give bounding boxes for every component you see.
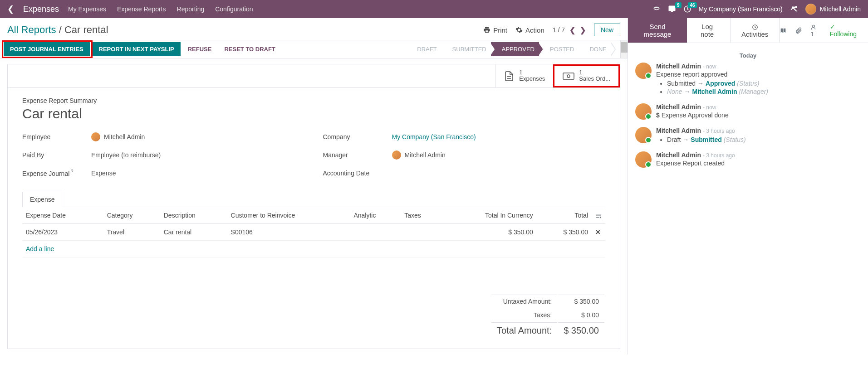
svg-point-6 xyxy=(813,25,815,27)
totals: Untaxed Amount: $ 350.00 Taxes: $ 0.00 T… xyxy=(22,294,605,340)
breadcrumb-parent[interactable]: All Reports xyxy=(7,24,56,35)
user-menu[interactable]: Mitchell Admin xyxy=(805,4,861,15)
nav-menu: My Expenses Expense Reports Reporting Co… xyxy=(68,5,253,13)
taxes-label: Taxes: xyxy=(491,309,557,321)
total-value: $ 350.00 xyxy=(558,322,604,339)
message: Mitchell Admin - now Expense report appr… xyxy=(635,63,861,96)
document-icon xyxy=(504,70,515,82)
label-company: Company xyxy=(323,133,387,141)
new-button[interactable]: New xyxy=(594,24,620,36)
help-icon[interactable]: ? xyxy=(69,169,73,174)
avatar-icon xyxy=(635,151,652,168)
svg-point-4 xyxy=(567,75,570,78)
avatar-icon xyxy=(635,63,652,79)
field-paid-by[interactable]: Employee (to reimburse) xyxy=(91,151,161,159)
activities-button[interactable]: Activities xyxy=(730,18,780,43)
activities-icon[interactable]: 46 xyxy=(683,5,691,14)
chatter: Send message Log note Activities 1 ✓ Fol… xyxy=(628,18,868,354)
total-label: Total Amount: xyxy=(491,322,557,339)
followers-button[interactable]: 1 xyxy=(810,23,822,38)
manager-avatar-icon xyxy=(392,150,401,160)
nav-my-expenses[interactable]: My Expenses xyxy=(68,5,106,13)
messages-badge: 9 xyxy=(675,2,682,8)
back-icon[interactable]: ❮ xyxy=(7,4,14,14)
clock-icon xyxy=(752,24,758,30)
post-journal-entries-button[interactable]: POST JOURNAL ENTRIES xyxy=(4,42,90,56)
activities-badge: 46 xyxy=(688,2,696,8)
status-posted[interactable]: POSTED xyxy=(539,42,582,56)
field-expense-journal[interactable]: Expense xyxy=(91,170,116,177)
field-company[interactable]: My Company (San Francisco) xyxy=(392,133,476,141)
settings-icon[interactable] xyxy=(790,5,798,14)
status-approved[interactable]: APPROVED xyxy=(491,42,543,56)
user-name: Mitchell Admin xyxy=(820,5,861,13)
status-bar: DRAFT SUBMITTED APPROVED POSTED DONE xyxy=(406,40,620,58)
attachment-icon[interactable] xyxy=(795,26,802,34)
nav-configuration[interactable]: Configuration xyxy=(215,5,253,13)
columns-settings-icon[interactable] xyxy=(595,212,602,219)
message: Mitchell Admin - 3 hours ago Draft→Submi… xyxy=(635,127,861,144)
delete-row-icon[interactable]: ✕ xyxy=(595,228,601,236)
refuse-button[interactable]: REFUSE xyxy=(181,42,218,56)
pager-value[interactable]: 1 / 7 xyxy=(553,26,565,34)
nav-expense-reports[interactable]: Expense Reports xyxy=(117,5,166,13)
tab-expense[interactable]: Expense xyxy=(22,192,62,207)
add-line-button[interactable]: Add a line xyxy=(26,245,54,252)
untaxed-label: Untaxed Amount: xyxy=(491,295,557,308)
report-in-next-payslip-button[interactable]: REPORT IN NEXT PAYSLIP xyxy=(93,42,181,56)
action-status-bar: POST JOURNAL ENTRIES REPORT IN NEXT PAYS… xyxy=(0,40,628,58)
taxes-value: $ 0.00 xyxy=(558,309,604,321)
nav-reporting[interactable]: Reporting xyxy=(177,5,205,13)
tray-icon[interactable] xyxy=(652,5,661,14)
status-draft[interactable]: DRAFT xyxy=(406,42,445,56)
stat-sales-order-button[interactable]: 1 Sales Ord... xyxy=(553,64,620,87)
status-submitted[interactable]: SUBMITTED xyxy=(441,42,495,56)
col-description[interactable]: Description xyxy=(160,207,227,223)
col-total-currency[interactable]: Total In Currency xyxy=(441,207,536,223)
table-row[interactable]: 05/26/2023 Travel Car rental S00106 $ 35… xyxy=(22,223,605,240)
following-button[interactable]: ✓ Following xyxy=(830,23,863,38)
employee-avatar-icon xyxy=(91,132,100,141)
top-navbar: ❮ Expenses My Expenses Expense Reports R… xyxy=(0,0,868,18)
book-icon[interactable] xyxy=(780,26,787,34)
col-analytic[interactable]: Analytic xyxy=(350,207,401,223)
untaxed-value: $ 350.00 xyxy=(558,295,604,308)
message: Mitchell Admin - now $Expense Approval d… xyxy=(635,103,861,120)
reset-to-draft-button[interactable]: RESET TO DRAFT xyxy=(218,42,281,56)
person-icon xyxy=(810,24,817,30)
avatar-icon xyxy=(635,103,652,120)
col-date[interactable]: Expense Date xyxy=(22,207,103,223)
col-category[interactable]: Category xyxy=(103,207,160,223)
col-customer[interactable]: Customer to Reinvoice xyxy=(227,207,350,223)
field-employee[interactable]: Mitchell Admin xyxy=(91,132,145,141)
control-panel: All Reports / Car rental Print Action 1 … xyxy=(0,18,628,40)
app-brand[interactable]: Expenses xyxy=(23,5,59,14)
print-button[interactable]: Print xyxy=(483,26,507,34)
col-total[interactable]: Total xyxy=(537,207,592,223)
messages-icon[interactable]: 9 xyxy=(668,5,676,14)
log-note-button[interactable]: Log note xyxy=(687,18,727,43)
send-message-button[interactable]: Send message xyxy=(628,18,687,43)
col-taxes[interactable]: Taxes xyxy=(401,207,441,223)
chatter-date-today: Today xyxy=(635,52,861,59)
label-accounting-date: Accounting Date xyxy=(323,170,387,177)
user-avatar-icon xyxy=(805,4,816,15)
company-selector[interactable]: My Company (San Francisco) xyxy=(699,5,783,13)
label-paid-by: Paid By xyxy=(22,151,86,159)
pager-prev-icon[interactable]: ❮ xyxy=(569,26,575,34)
label-expense-journal: Expense Journal ? xyxy=(22,169,86,177)
svg-rect-3 xyxy=(563,73,574,79)
record-title[interactable]: Car rental xyxy=(22,106,605,121)
scrollbar[interactable] xyxy=(620,40,628,58)
pager-next-icon[interactable]: ❯ xyxy=(580,26,586,34)
field-manager[interactable]: Mitchell Admin xyxy=(392,150,446,160)
expense-lines-table: Expense Date Category Description Custom… xyxy=(22,207,605,257)
dollar-icon: $ xyxy=(656,112,660,119)
stat-expenses-button[interactable]: 1 Expenses xyxy=(495,64,553,87)
label-manager: Manager xyxy=(323,151,387,159)
breadcrumb-current: Car rental xyxy=(64,24,108,35)
gear-icon xyxy=(515,26,523,34)
action-button[interactable]: Action xyxy=(515,26,544,34)
form-sheet: 1 Expenses 1 Sales Ord... xyxy=(7,64,620,349)
status-done[interactable]: DONE xyxy=(579,42,615,56)
